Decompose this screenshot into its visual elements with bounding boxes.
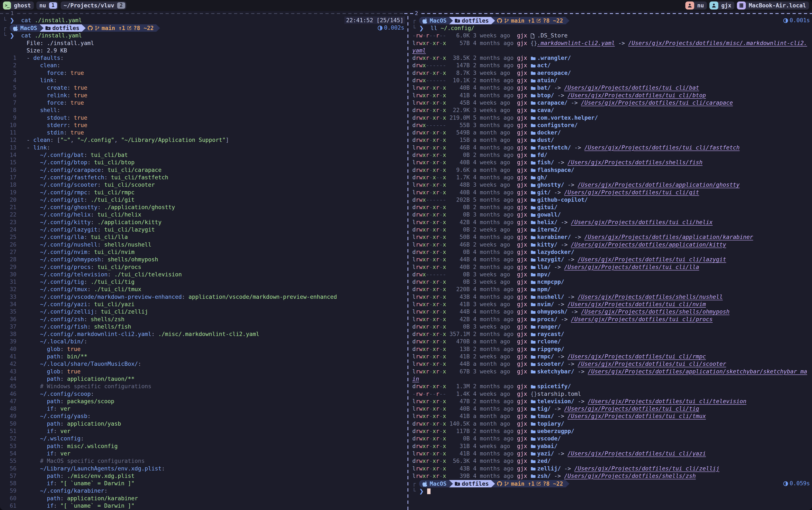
file-name: lla/ — [537, 264, 551, 270]
symlink-target: /Users/gjx/Projects/dotfiles/tui_cli/bat — [564, 84, 699, 91]
yaml-line: 36 ~/.config/zsh: shells/zsh — [3, 316, 406, 323]
folder-icon — [530, 79, 537, 83]
file-name: carapace/ — [537, 99, 568, 106]
file-name: gitui/ — [537, 204, 557, 210]
folder-icon — [530, 258, 537, 262]
yaml-line: 54 if: ver — [3, 450, 406, 457]
yaml-line: 32 ~/.config/tmux: ./tui_cli/tmux — [3, 286, 406, 293]
prompt-chevron-icon: ❯ — [419, 25, 424, 31]
folder-icon — [530, 467, 537, 471]
folder-icon — [530, 444, 537, 448]
status-label: nu — [694, 2, 707, 9]
github-icon — [497, 481, 502, 486]
prompt-git-segment: main ↑1?8 ~22 — [491, 480, 566, 487]
file-name: bat/ — [537, 84, 551, 91]
file-row: drwxr-x--x 1.7K 4 months ago gjx gh/ — [412, 174, 811, 181]
file-row: lrwxr-xr-x 44B a month ago gjx scooter/ … — [412, 360, 811, 367]
file-row: drwxr-xr-x 0B 2 months ago gjx fd/ — [412, 151, 811, 158]
pane-left-terminal[interactable]: └ ❯ cat ./install.yaml 22:41:52 [25/145]… — [0, 16, 407, 510]
apple-icon — [423, 481, 428, 487]
prompt-capsule-line-right-top: ┌ MacOSdotfilesmain ↑1?8 ~22 0.001s — [412, 17, 812, 24]
yaml-line: 45 # Windows specific configurations — [3, 383, 406, 390]
file-name: docker/ — [537, 129, 561, 136]
symlink-target: /Users/gjx/Projects/dotfiles/shells/zsh — [564, 473, 696, 479]
file-name: nvim/ — [537, 301, 554, 307]
clock-and-counter: 22:41:52 [25/145] — [345, 17, 405, 24]
file-row: lrwxr-xr-x 46B 2 weeks ago gjx kitty/ ->… — [412, 241, 811, 248]
file-name: .wrangler/ — [537, 55, 571, 61]
file-row: drwxr-xr-x 22.9K 3 weeks ago gjx cava/ — [412, 107, 811, 114]
yaml-line: 4 link: — [3, 77, 406, 84]
file-row: lrwxr-xr-x 41B a month ago gjx tmux/ -> … — [412, 412, 811, 420]
symlink-target: /Users/gjx/Projects/dotfiles/application… — [584, 234, 753, 240]
prompt-chevron-icon: ❯ — [10, 32, 14, 39]
active-prompt-line[interactable]: └ ❯ — [412, 487, 812, 495]
file-name: zellij/ — [537, 465, 561, 472]
branch-icon — [95, 26, 100, 31]
folder-dark-icon — [455, 481, 460, 486]
file-name: lazygit/ — [537, 256, 564, 263]
file-name: btop/ — [537, 92, 554, 98]
pencil-icon — [536, 481, 541, 486]
tmux-window-1[interactable]: nu1 — [36, 1, 58, 9]
yaml-line: 55 # MacOS specific configurations — [3, 457, 406, 464]
status-label: MacBook-Air.local — [746, 2, 809, 9]
window-index-badge: 1 — [49, 2, 57, 9]
folder-icon — [530, 422, 537, 426]
folder-icon — [530, 362, 537, 366]
yaml-line: 42 ~/.local/share/TauonMusicBox/: — [3, 360, 406, 367]
folder-icon — [530, 213, 537, 217]
file-row: lrwxr-xr-x 40B 4 weeks ago gjx fish/ -> … — [412, 158, 811, 166]
yaml-line: 22 ~/.config/helix: tui_cli/helix — [3, 211, 406, 218]
file-row: drwx------ 10.1K 2 months ago gjx atuin/ — [412, 77, 811, 84]
yaml-file-content: 1 - defaults: 2 clean: 3 force: true 4 l… — [3, 54, 406, 509]
pane-right-terminal[interactable]: ┌ MacOSdotfilesmain ↑1?8 ~22 0.001s └ ❯ … — [409, 16, 812, 510]
file-row: drwxr-xr-x 549B a month ago gjx docker/ — [412, 129, 811, 136]
yaml-line: 2 clean: — [3, 62, 406, 69]
symlink-target: /Users/gjx/Projects/dotfiles/tui_cli/laz… — [578, 256, 726, 263]
yaml-line: 48 if: ver — [3, 405, 406, 412]
file-name: yazi/ — [537, 450, 554, 457]
duration-icon — [783, 17, 788, 24]
symlink-target: /Users/gjx/Projects/dotfiles/tui_cli/yaz… — [568, 450, 706, 457]
file-row: drwx------ 147B 2 months ago gjx act/ — [412, 62, 811, 69]
folder-icon — [530, 168, 537, 172]
yaml-line: 52 ~/.wslconfig: — [3, 435, 406, 442]
file-name: iterm2/ — [537, 226, 561, 233]
command-duration: 0.059s — [783, 480, 810, 487]
symlink-target: /Users/gjx/Projects/dotfiles/tui_cli/tel… — [588, 398, 747, 404]
file-row: drwx------ 202B 5 months ago gjx github-… — [412, 196, 811, 203]
pane-divider[interactable] — [407, 16, 408, 510]
file-row: drwxr-xr-x 8.7K 3 weeks ago gjx aerospac… — [412, 69, 811, 77]
yaml-line: 27 ~/.config/nvim: tui_cli/nvim — [3, 248, 406, 256]
yaml-line: 11 stdin: true — [3, 129, 406, 136]
yaml-line: 50 path: application/yasb — [3, 420, 406, 427]
symlink-target: /Users/gjx/Projects/dotfiles/tui_cli/hel… — [571, 219, 713, 226]
file-name: rclone/ — [537, 338, 561, 344]
tmux-window-2[interactable]: ~/Projects/vluv2 — [61, 1, 126, 9]
folder-icon — [530, 109, 537, 113]
folder-icon — [530, 265, 537, 269]
file-name: ghostty/ — [537, 181, 564, 188]
file-name: configstore/ — [537, 122, 578, 128]
yaml-line: 41 path: bin/** — [3, 353, 406, 360]
folder-icon — [530, 332, 537, 337]
folder-icon — [530, 198, 537, 202]
tmux-session[interactable]: >_ ghost — [3, 1, 34, 9]
bat-size-label: Size: 2.9 KB — [3, 47, 406, 54]
folder-icon — [530, 340, 537, 344]
file-row: lrwxr-xr-x 67B 3 weeks ago gjx sketchyba… — [412, 368, 811, 383]
prompt-git-segment: main ↑1?8 ~22 — [491, 17, 566, 24]
file-name: gh/ — [537, 174, 547, 181]
symlink-target: /Users/gjx/Projects/dotfiles/tui_cli/bto… — [568, 92, 706, 98]
session-name: ghost — [11, 2, 34, 9]
tmux-status-nu: nu — [685, 1, 707, 9]
apple-icon — [13, 25, 19, 31]
folder-icon — [530, 138, 537, 143]
file-name: topiary/ — [537, 420, 564, 427]
folder-dark-icon — [45, 26, 51, 30]
folder-icon — [530, 280, 537, 284]
folder-icon — [530, 190, 537, 195]
file-row: drwx------ 55B 3 months ago gjx configst… — [412, 121, 811, 129]
file-row: drwxr-xr-x 1.3M 2 months ago gjx spiceti… — [412, 383, 811, 390]
